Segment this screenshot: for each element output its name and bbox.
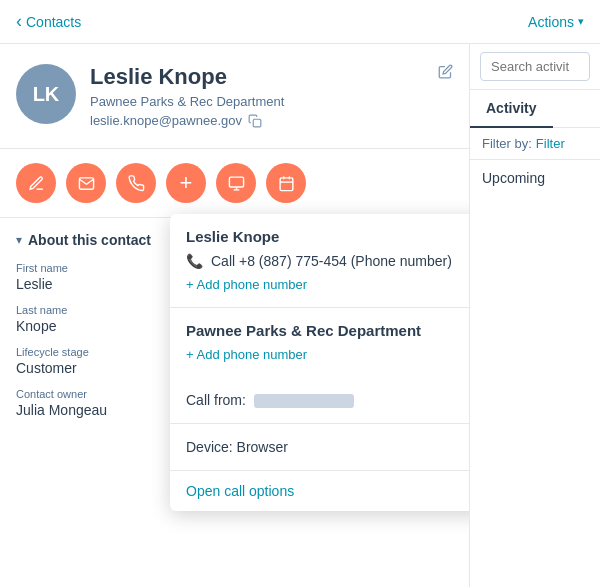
contact-email: leslie.knope@pawnee.gov (90, 113, 242, 128)
phone-popup: Leslie Knope 📞 Call +8 (887) 775-454 (Ph… (170, 214, 470, 511)
action-buttons: + (0, 149, 469, 218)
filter-row: Filter by: Filter (470, 128, 600, 160)
svg-rect-1 (229, 177, 243, 187)
contact-details: Leslie Knope Pawnee Parks & Rec Departme… (90, 64, 453, 128)
copy-icon[interactable] (248, 114, 262, 128)
popup-company-name: Pawnee Parks & Rec Department (186, 322, 470, 339)
search-activity-input[interactable] (480, 52, 590, 81)
upcoming-label: Upcoming (470, 160, 600, 196)
right-panel: Activity Filter by: Filter Upcoming (470, 44, 600, 587)
add-button[interactable]: + (166, 163, 206, 203)
svg-rect-4 (280, 177, 293, 190)
back-link[interactable]: Contacts (16, 11, 81, 32)
top-nav: Contacts Actions (0, 0, 600, 44)
contact-name: Leslie Knope (90, 64, 453, 90)
call-from-label: Call from: (186, 392, 354, 408)
email-button[interactable] (66, 163, 106, 203)
about-section-title: About this contact (28, 232, 151, 248)
add-phone-link-company[interactable]: + Add phone number (186, 347, 307, 362)
left-panel: LK Leslie Knope Pawnee Parks & Rec Depar… (0, 44, 470, 587)
popup-contact-name: Leslie Knope (186, 228, 470, 245)
device-label: Device: Browser (186, 439, 288, 455)
edit-icon[interactable] (438, 64, 453, 83)
call-button[interactable] (116, 163, 156, 203)
meeting-button[interactable] (216, 163, 256, 203)
note-button[interactable] (16, 163, 56, 203)
phone-icon: 📞 (186, 253, 203, 269)
call-from-row[interactable]: Call from: › (170, 377, 470, 423)
filter-link[interactable]: Filter (536, 136, 565, 151)
popup-options-section: Call from: › Device: Browser › (170, 377, 470, 470)
popup-phone-row: 📞 Call +8 (887) 775-454 (Phone number) (186, 253, 470, 269)
tab-activity[interactable]: Activity (470, 90, 553, 128)
popup-contact-section: Leslie Knope 📞 Call +8 (887) 775-454 (Ph… (170, 214, 470, 307)
activity-tabs: Activity (470, 90, 600, 128)
chevron-down-icon: ▾ (16, 233, 22, 247)
contact-email-row: leslie.knope@pawnee.gov (90, 113, 453, 128)
actions-button[interactable]: Actions (528, 14, 584, 30)
contact-company: Pawnee Parks & Rec Department (90, 94, 453, 109)
task-button[interactable] (266, 163, 306, 203)
contact-header: LK Leslie Knope Pawnee Parks & Rec Depar… (0, 44, 469, 149)
search-activity-container (470, 44, 600, 90)
add-phone-link-contact[interactable]: + Add phone number (186, 277, 307, 292)
popup-phone-number: Call +8 (887) 775-454 (Phone number) (211, 253, 452, 269)
open-call-options-link[interactable]: Open call options (170, 470, 470, 511)
svg-rect-0 (253, 119, 261, 127)
filter-by-label: Filter by: (482, 136, 532, 151)
contact-info-row: LK Leslie Knope Pawnee Parks & Rec Depar… (16, 64, 453, 128)
main-layout: LK Leslie Knope Pawnee Parks & Rec Depar… (0, 44, 600, 587)
avatar: LK (16, 64, 76, 124)
popup-company-section: Pawnee Parks & Rec Department + Add phon… (170, 307, 470, 377)
device-row[interactable]: Device: Browser › (170, 423, 470, 470)
call-from-value-blurred (254, 394, 354, 408)
